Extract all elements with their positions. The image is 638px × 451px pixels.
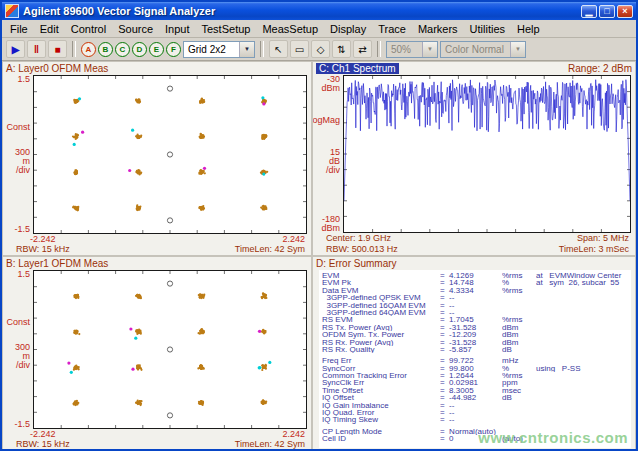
menu-bar: FileEditControlSourceInputTestSetupMeasS… [2,20,636,38]
error-summary-row: 3GPP-defined 64QAM EVM= -- [322,309,629,316]
trace-a-button[interactable]: A [81,42,96,57]
menu-item-source[interactable]: Source [112,22,159,36]
y-axis-title: Const [6,123,30,132]
panel-b-footer: RBW: 15 kHz TimeLen: 42 Sym [3,439,311,450]
rbw-label: RBW: 500.013 Hz [326,244,398,255]
error-summary-row: Time Offset= 8.3005msec [322,387,629,394]
pause-button[interactable]: ‖ [27,40,46,58]
panel-b-layer1-ofdm: B: Layer1 OFDM Meas 1.5 Const 300m/div -… [3,257,311,450]
error-summary-row: IQ Timing Skew= -- [322,416,629,423]
constellation-a-svg [34,76,306,233]
panel-a-header: A: Layer0 OFDM Meas [3,62,311,75]
band-marker-tool-icon[interactable]: ⇅ [332,40,351,58]
error-summary-row: OFDM Sym. Tx. Power= -12.209dBm [322,331,629,338]
error-summary-row: Common Tracking Error= 1.2644%rms [322,372,629,379]
panel-c-plot[interactable] [343,75,631,233]
timelen-label: TimeLen: 3 mSec [559,244,629,255]
menu-item-input[interactable]: Input [159,22,195,36]
menu-item-markers[interactable]: Markers [412,22,464,36]
panel-b-header: B: Layer1 OFDM Meas [3,257,311,270]
error-summary-row: CP Length Mode= Normal(auto) [322,428,629,435]
toolbar: ▶‖■ABCDEFGrid 2x2▼↖▭◇⇅⇄50%▼Color Normal▼ [2,38,636,61]
y-max-label: -30dBm [321,75,340,93]
close-button[interactable]: × [617,5,633,18]
toolbar-separator [377,41,381,57]
panel-a-footer: RBW: 15 kHz TimeLen: 42 Sym [3,244,311,255]
panel-d-header: D: Error Summary [313,257,635,270]
menu-item-help[interactable]: Help [511,22,546,36]
maximize-button[interactable]: □ [599,5,615,18]
panel-b-plot[interactable] [33,270,307,429]
panel-b-title[interactable]: B: Layer1 OFDM Meas [6,258,108,269]
menu-item-utilities[interactable]: Utilities [464,22,511,36]
trace-f-button[interactable]: F [166,42,181,57]
error-summary-row: EVM Pk= 14.748%at sym 26, subcar 55 [322,279,629,286]
error-summary-row: 3GPP-defined 16QAM EVM= -- [322,302,629,309]
menu-item-control[interactable]: Control [65,22,112,36]
error-summary-row: IQ Gain Imbalance= -- [322,402,629,409]
y-max-label: 1.5 [17,270,30,279]
panel-a-plot[interactable] [33,75,307,234]
color-select[interactable]: Color Normal▼ [440,41,526,58]
rbw-label: RBW: 15 kHz [16,439,70,450]
menu-item-testsetup[interactable]: TestSetup [196,22,257,36]
menu-item-meassetup[interactable]: MeasSetup [256,22,324,36]
timelen-label: TimeLen: 42 Sym [235,244,305,255]
y-scale-label: 15dB/div [326,148,340,175]
error-summary-row: RS Rx. Quality= -5.857dB [322,346,629,353]
trace-c-button[interactable]: C [115,42,130,57]
trace-b-button[interactable]: B [98,42,113,57]
error-summary-table: EVM= 4.1269%rmsat EVMWindow CenterEVM Pk… [319,270,631,448]
menu-item-edit[interactable]: Edit [34,22,65,36]
stop-button[interactable]: ■ [48,40,67,58]
panel-c-footer-1: Center: 1.9 GHz Span: 5 MHz [313,233,635,244]
chevron-down-icon[interactable]: ▼ [239,42,254,57]
panel-c-header: C: Ch1 Spectrum Range: 2 dBm [313,62,635,75]
app-window: Agilent 89600 Vector Signal Analyzer ▁□×… [0,0,638,451]
minimize-button[interactable]: ▁ [581,5,597,18]
error-summary-row: EVM= 4.1269%rmsat EVMWindow Center [322,272,629,279]
panel-c-spectrum: C: Ch1 Spectrum Range: 2 dBm -30dBm LogM… [313,62,635,255]
marker-tool-icon[interactable]: ◇ [311,40,330,58]
scale-type-label: LogMag [313,116,340,125]
trace-d-button[interactable]: D [132,42,147,57]
grid-layout-select[interactable]: Grid 2x2▼ [183,41,255,58]
panel-a-title[interactable]: A: Layer0 OFDM Meas [6,63,108,74]
panel-d-title[interactable]: D: Error Summary [316,258,397,269]
toolbar-separator [72,41,76,57]
app-icon [5,4,19,18]
pointer-tool-icon[interactable]: ↖ [269,40,288,58]
spectrum-svg [344,76,630,232]
x-max-label: 2.242 [282,429,305,439]
error-summary-row: IQ Quad. Error= -- [322,409,629,416]
x-max-label: 2.242 [282,234,305,244]
zone-marker-tool-icon[interactable]: ▭ [290,40,309,58]
panel-c-title[interactable]: C: Ch1 Spectrum [316,63,399,74]
timelen-label: TimeLen: 42 Sym [235,439,305,450]
y-min-label: -180dBm [321,215,340,233]
panel-a-layer0-ofdm: A: Layer0 OFDM Meas 1.5 Const 300m/div -… [3,62,311,255]
y-axis-title: Const [6,318,30,327]
offset-marker-tool-icon[interactable]: ⇄ [353,40,372,58]
chevron-down-icon[interactable]: ▼ [510,42,525,57]
panel-b-y-axis: 1.5 Const 300m/div -1.5 [3,270,33,429]
panel-a-y-axis: 1.5 Const 300m/div -1.5 [3,75,33,234]
menu-item-file[interactable]: File [4,22,34,36]
title-bar[interactable]: Agilent 89600 Vector Signal Analyzer ▁□× [2,2,636,20]
play-button[interactable]: ▶ [6,40,25,58]
menu-item-trace[interactable]: Trace [372,22,412,36]
error-summary-row: Data EVM= 4.3334%rms [322,287,629,294]
window-title: Agilent 89600 Vector Signal Analyzer [23,5,577,17]
color-select-value: Color Normal [441,44,510,55]
span-label: Span: 5 MHz [577,233,629,244]
range-label: Range: 2 dBm [568,63,632,74]
menu-item-display[interactable]: Display [324,22,372,36]
grid-layout-select-value: Grid 2x2 [184,44,239,55]
zoom-select-value: 50% [387,44,422,55]
panel-c-footer-2: RBW: 500.013 Hz TimeLen: 3 mSec [313,244,635,255]
constellation-b-svg [34,271,306,428]
panel-a-x-axis: -2.242 2.242 [3,234,311,244]
trace-e-button[interactable]: E [149,42,164,57]
chevron-down-icon[interactable]: ▼ [422,42,437,57]
zoom-select[interactable]: 50%▼ [386,41,438,58]
